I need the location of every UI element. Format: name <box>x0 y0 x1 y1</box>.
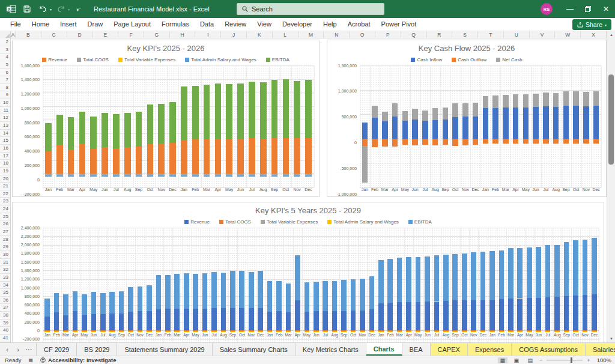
row-header-33[interactable]: 33 <box>0 274 10 282</box>
page-break-preview-icon[interactable]: ▤ <box>526 357 535 363</box>
sheet-tab-sales-summary-charts[interactable]: Sales Summary Charts <box>213 343 295 356</box>
vertical-scrollbar[interactable]: ▲ ▼ <box>607 31 615 342</box>
row-header-28[interactable]: 28 <box>0 236 10 244</box>
ribbon-tab-draw[interactable]: Draw <box>82 18 109 31</box>
ribbon-tab-review[interactable]: Review <box>219 18 252 31</box>
column-header-x[interactable]: X <box>581 31 607 38</box>
row-header-11[interactable]: 11 <box>0 107 10 115</box>
row-header-4[interactable]: 4 <box>0 53 10 61</box>
more-sheets-icon[interactable]: ⋯ <box>24 345 34 353</box>
save-icon[interactable] <box>20 2 34 16</box>
sheet-tab-salaries-assumptions[interactable]: Salaries Assumptions <box>586 343 615 356</box>
zoom-slider[interactable] <box>547 360 583 360</box>
row-header-18[interactable]: 18 <box>0 160 10 168</box>
accessibility-status[interactable]: Accessibility: Investigate <box>40 357 117 363</box>
ribbon-tab-formulas[interactable]: Formulas <box>156 18 195 31</box>
column-header-l[interactable]: L <box>273 31 298 38</box>
page-layout-view-icon[interactable]: ▣ <box>512 357 521 363</box>
customize-qat-icon[interactable]: —▾ <box>72 2 85 16</box>
sheet-tab-cogs-assumptions[interactable]: COGS Assumptions <box>512 343 586 356</box>
row-header-21[interactable]: 21 <box>0 183 10 190</box>
sheet-tab-bs-2029[interactable]: BS 2029 <box>77 343 117 356</box>
chart-key-kpis-2025-2026[interactable]: Key KPI's 2025 - 2026 RevenueTotal COGST… <box>12 40 320 197</box>
ribbon-tab-developer[interactable]: Developer <box>277 18 318 31</box>
ribbon-tab-power-pivot[interactable]: Power Pivot <box>376 18 422 31</box>
row-header-16[interactable]: 16 <box>0 145 10 153</box>
row-header-3[interactable]: 3 <box>0 46 10 54</box>
ribbon-tab-page-layout[interactable]: Page Layout <box>108 18 156 31</box>
normal-view-icon[interactable]: ▦ <box>498 357 507 363</box>
prev-sheet-icon[interactable]: ‹ <box>2 346 12 353</box>
row-header-2[interactable]: 2 <box>0 38 10 46</box>
zoom-level[interactable]: 100% <box>595 357 611 363</box>
column-header-i[interactable]: I <box>195 31 221 38</box>
column-header-f[interactable]: F <box>118 31 144 38</box>
scroll-up-icon[interactable]: ▲ <box>607 31 615 38</box>
column-header-p[interactable]: P <box>375 31 401 38</box>
vertical-scrollbar-thumb[interactable] <box>608 74 614 165</box>
macro-record-icon[interactable]: ▦ <box>28 357 33 363</box>
column-header-r[interactable]: R <box>427 31 453 38</box>
row-header-9[interactable]: 9 <box>0 91 10 99</box>
sheet-tab-key-metrics-charts[interactable]: Key Metrics Charts <box>295 343 366 356</box>
row-header-26[interactable]: 26 <box>0 220 10 228</box>
row-header-12[interactable]: 12 <box>0 114 10 122</box>
ribbon-tab-insert[interactable]: Insert <box>55 18 82 31</box>
column-header-a[interactable]: A <box>11 31 16 38</box>
column-header-m[interactable]: M <box>298 31 324 38</box>
row-header-6[interactable]: 6 <box>0 69 10 77</box>
row-header-40[interactable]: 40 <box>0 327 10 335</box>
row-header-22[interactable]: 22 <box>0 190 10 198</box>
row-header-30[interactable]: 30 <box>0 251 10 259</box>
column-header-d[interactable]: D <box>67 31 93 38</box>
row-header-13[interactable]: 13 <box>0 122 10 130</box>
column-header-o[interactable]: O <box>350 31 375 38</box>
column-header-n[interactable]: N <box>324 31 350 38</box>
row-header-27[interactable]: 27 <box>0 228 10 236</box>
select-all-corner[interactable] <box>0 31 11 38</box>
row-header-38[interactable]: 38 <box>0 312 10 320</box>
row-header-15[interactable]: 15 <box>0 137 10 145</box>
row-header-7[interactable]: 7 <box>0 76 10 84</box>
column-header-j[interactable]: J <box>221 31 247 38</box>
row-header-20[interactable]: 20 <box>0 175 10 183</box>
row-header-31[interactable]: 31 <box>0 259 10 267</box>
row-header-8[interactable]: 8 <box>0 84 10 92</box>
column-header-u[interactable]: U <box>504 31 530 38</box>
column-header-s[interactable]: S <box>452 31 478 38</box>
sheet-tab-statements-summary-2029[interactable]: Statements Summary 2029 <box>117 343 212 356</box>
minimize-button[interactable]: — <box>561 0 579 18</box>
share-button[interactable]: Share ▾ <box>572 19 611 30</box>
restore-button[interactable] <box>579 0 597 18</box>
ribbon-tab-acrobat[interactable]: Acrobat <box>342 18 376 31</box>
row-header-5[interactable]: 5 <box>0 61 10 69</box>
ribbon-tab-help[interactable]: Help <box>318 18 342 31</box>
zoom-in-button[interactable]: + <box>587 357 590 363</box>
column-header-h[interactable]: H <box>170 31 196 38</box>
undo-icon[interactable] <box>36 2 49 16</box>
column-header-c[interactable]: C <box>41 31 67 38</box>
row-header-10[interactable]: 10 <box>0 99 10 107</box>
ribbon-tab-data[interactable]: Data <box>195 18 219 31</box>
row-header-36[interactable]: 36 <box>0 297 10 305</box>
sheet-tab-cf-2029[interactable]: CF 2029 <box>36 343 77 356</box>
sheet-tab-capex[interactable]: CAPEX <box>431 343 468 356</box>
chart-key-kpis-5-years[interactable]: Key KPI's 5 Years 2025 - 2029 RevenueTot… <box>12 202 604 342</box>
row-header-34[interactable]: 34 <box>0 282 10 290</box>
ribbon-tab-view[interactable]: View <box>252 18 277 31</box>
close-button[interactable]: ✕ <box>597 0 615 18</box>
row-header-37[interactable]: 37 <box>0 304 10 312</box>
row-header-25[interactable]: 25 <box>0 213 10 221</box>
row-header-23[interactable]: 23 <box>0 198 10 205</box>
zoom-out-button[interactable]: − <box>539 357 543 363</box>
row-header-29[interactable]: 29 <box>0 243 10 251</box>
zoom-slider-thumb[interactable] <box>571 357 572 363</box>
sheet-tab-bea[interactable]: BEA <box>402 343 431 356</box>
row-header-32[interactable]: 32 <box>0 266 10 274</box>
column-header-e[interactable]: E <box>92 31 118 38</box>
undo-dropdown-icon[interactable]: ▾ <box>50 7 52 11</box>
sheet-tab-charts[interactable]: Charts <box>366 343 402 356</box>
column-header-g[interactable]: G <box>144 31 170 38</box>
ribbon-tab-home[interactable]: Home <box>26 18 55 31</box>
column-header-q[interactable]: Q <box>401 31 427 38</box>
